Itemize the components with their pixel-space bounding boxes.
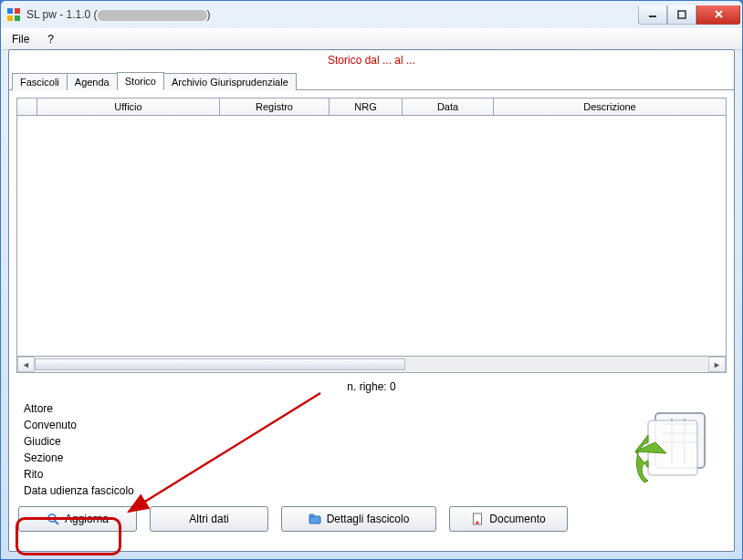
export-icon [628,402,719,496]
svg-rect-0 [7,8,13,14]
svg-point-20 [476,521,479,524]
detail-labels: Attore Convenuto Giudice Sezione Rito Da… [24,402,628,497]
col-data[interactable]: Data [403,99,494,115]
svg-rect-3 [15,16,20,21]
label-giudice: Giudice [24,435,628,448]
label-rito: Rito [24,468,628,481]
col-nrg[interactable]: NRG [330,99,403,115]
menu-help[interactable]: ? [42,31,59,47]
documento-label: Documento [489,513,545,525]
aggiorna-label: Aggiorna [65,513,109,525]
scroll-right-arrow[interactable]: ► [708,357,726,372]
svg-rect-18 [309,514,314,517]
svg-point-15 [48,514,56,522]
dettagli-fascicolo-button[interactable]: Dettagli fascicolo [281,506,436,532]
scroll-thumb[interactable] [35,358,405,370]
col-ufficio[interactable]: Ufficio [37,99,220,115]
row-count: n. righe: 0 [9,375,734,400]
svg-line-16 [55,521,58,524]
close-button[interactable] [696,5,740,25]
tab-body-storico: Ufficio Registro NRG Data Descrizione ◄ … [9,90,734,551]
maximize-icon [677,10,686,19]
svg-rect-5 [678,11,685,18]
app-window: SL pw - 1.1.0 () File ? Storico dal ... … [0,0,743,560]
label-sezione: Sezione [24,451,628,464]
menu-file[interactable]: File [6,31,35,47]
menu-bar: File ? [1,28,742,50]
tab-archivio[interactable]: Archivio Giurisprudenziale [163,73,297,90]
data-table: Ufficio Registro NRG Data Descrizione ◄ … [16,98,727,373]
svg-rect-2 [7,16,13,21]
app-icon [6,7,21,22]
minimize-icon [648,10,657,19]
col-select[interactable] [17,99,37,115]
folder-icon [309,513,321,525]
search-icon [47,513,59,525]
tab-fascicoli[interactable]: Fascicoli [12,73,68,90]
close-icon [714,9,724,19]
col-registro[interactable]: Registro [220,99,330,115]
tab-strip: Fascicoli Agenda Storico Archivio Giuris… [9,71,734,90]
minimize-button[interactable] [638,5,667,25]
client-area: Storico dal ... al ... Fascicoli Agenda … [8,49,735,552]
scroll-left-arrow[interactable]: ◄ [17,357,35,372]
scroll-track[interactable] [35,358,708,370]
button-bar: Aggiorna Altri dati Dettagli fascicolo D… [9,497,734,543]
documento-button[interactable]: Documento [449,506,568,532]
titlebar[interactable]: SL pw - 1.1.0 () [1,1,742,28]
status-line: Storico dal ... al ... [9,50,734,71]
svg-rect-1 [15,8,20,14]
window-title: SL pw - 1.1.0 () [26,8,638,21]
document-icon [471,513,484,525]
label-data-udienza: Data udienza fascicolo [24,484,628,497]
aggiorna-button[interactable]: Aggiorna [18,506,137,532]
svg-rect-4 [649,16,656,17]
details-panel: Attore Convenuto Giudice Sezione Rito Da… [9,400,734,497]
horizontal-scrollbar[interactable]: ◄ ► [17,356,726,372]
table-header: Ufficio Registro NRG Data Descrizione [17,99,726,116]
dettagli-label: Dettagli fascicolo [327,513,410,525]
maximize-button[interactable] [667,5,696,25]
tab-agenda[interactable]: Agenda [67,73,118,90]
altri-dati-label: Altri dati [189,513,228,525]
altri-dati-button[interactable]: Altri dati [150,506,268,532]
table-body [17,116,726,356]
window-controls [638,5,742,25]
col-descrizione[interactable]: Descrizione [494,99,726,115]
tab-storico[interactable]: Storico [117,72,164,90]
label-convenuto: Convenuto [24,419,628,431]
label-attore: Attore [24,402,628,415]
